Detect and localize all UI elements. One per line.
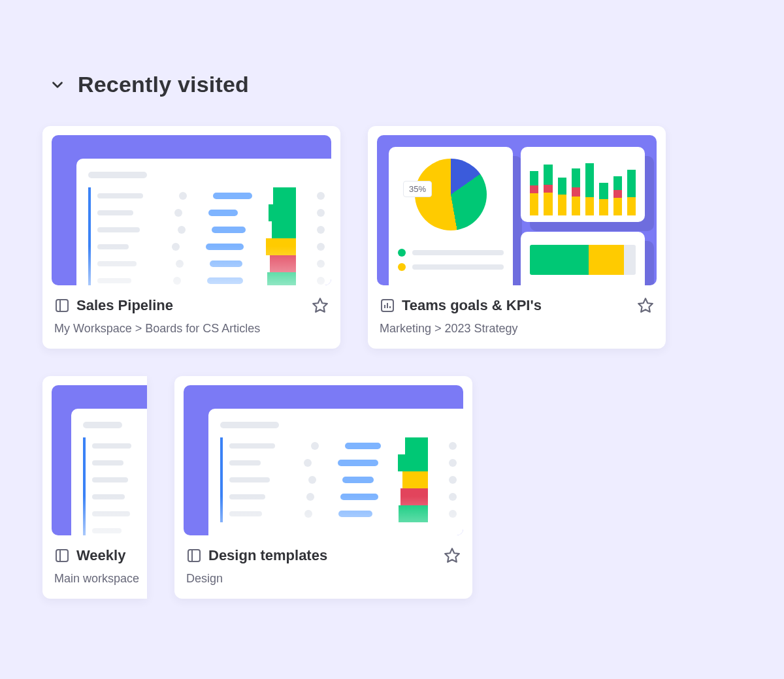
dashboard-icon [380, 298, 395, 313]
pie-chart-icon: 35% [415, 159, 487, 230]
bar-chart-icon [521, 147, 645, 222]
stacked-bar-icon [521, 232, 645, 285]
board-icon [54, 298, 70, 313]
svg-rect-8 [56, 550, 68, 561]
card-title: Sales Pipeline [76, 297, 305, 314]
card-weekly[interactable]: Weekly Main workspace [42, 376, 147, 599]
recently-visited-header[interactable]: Recently visited [42, 72, 784, 97]
svg-marker-7 [638, 298, 653, 312]
card-thumbnail [184, 385, 463, 535]
svg-marker-12 [445, 548, 459, 562]
board-icon [186, 548, 202, 563]
card-thumbnail [52, 385, 147, 535]
card-title: Design templates [208, 547, 437, 564]
card-path: Main workspace [54, 572, 147, 586]
cards-grid: Sales Pipeline My Workspace > Boards for… [42, 126, 784, 599]
card-path: My Workspace > Boards for CS Articles [54, 322, 329, 336]
card-title: Weekly [76, 547, 147, 564]
svg-rect-0 [56, 300, 68, 311]
card-teams-goals-kpis[interactable]: 35% [368, 126, 666, 349]
star-icon[interactable] [444, 547, 461, 564]
chevron-down-icon [49, 76, 66, 93]
card-thumbnail: 35% [377, 135, 657, 285]
svg-marker-2 [313, 298, 327, 312]
section-title: Recently visited [78, 72, 249, 97]
card-design-templates[interactable]: Design templates Design [174, 376, 472, 599]
board-icon [54, 548, 70, 563]
card-path: Marketing > 2023 Strategy [380, 322, 654, 336]
svg-rect-10 [188, 550, 200, 561]
card-sales-pipeline[interactable]: Sales Pipeline My Workspace > Boards for… [42, 126, 340, 349]
star-icon[interactable] [637, 297, 654, 314]
card-path: Design [186, 572, 461, 586]
star-icon[interactable] [312, 297, 329, 314]
card-title: Teams goals & KPI's [402, 297, 630, 314]
pie-percent-label: 35% [403, 181, 432, 197]
card-thumbnail [52, 135, 331, 285]
